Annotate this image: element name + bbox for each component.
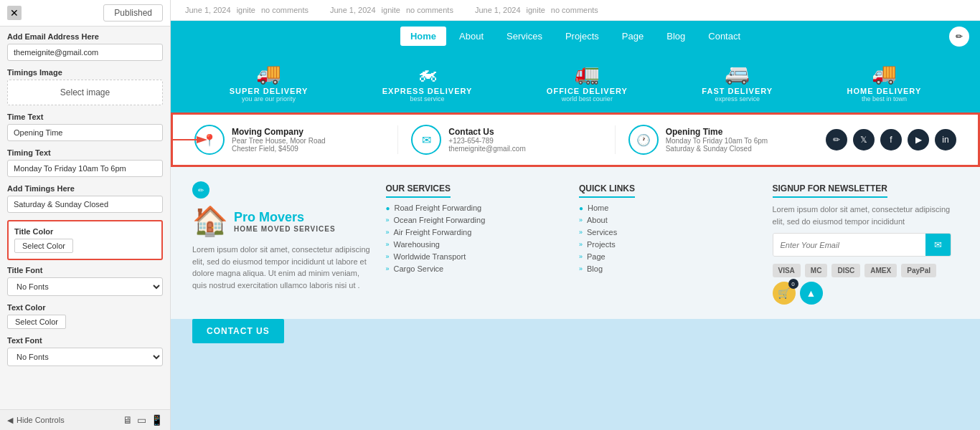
red-arrow-indicator	[171, 133, 207, 147]
delivery-sub-0: you are our priority	[242, 95, 296, 102]
text-font-select[interactable]: No Fonts	[7, 348, 163, 366]
delivery-icon-1: 🏍	[418, 62, 438, 85]
time-text-input[interactable]	[7, 124, 163, 141]
nav-edit-icon[interactable]: ✏	[949, 27, 969, 47]
nav-contact[interactable]: Contact	[698, 27, 750, 46]
footer-links-col: QUICK LINKS ● Home » About » Services » …	[572, 181, 765, 305]
nav-bar: Home About Services Projects Page Blog C…	[171, 21, 980, 52]
service-link-3[interactable]: » Warehousing	[386, 240, 565, 249]
nav-home[interactable]: Home	[400, 27, 446, 46]
service-link-4[interactable]: » Worldwide Transport	[386, 252, 565, 261]
meta-date-3: June 1, 2024	[475, 6, 521, 14]
quick-link-4[interactable]: » Page	[579, 252, 758, 261]
title-font-select[interactable]: No Fonts	[7, 277, 163, 296]
service-link-2[interactable]: » Air Freight Forwarding	[386, 228, 565, 236]
text-color-label: Text Color	[7, 303, 163, 312]
title-color-button[interactable]: Select Color	[14, 239, 73, 253]
published-button[interactable]: Published	[103, 4, 163, 22]
close-button[interactable]: ✕	[7, 6, 22, 20]
company-address2: Chester Field, $4509	[232, 145, 326, 153]
timing-text-label: Timing Text	[7, 148, 163, 157]
hours-title: Opening Time	[666, 127, 768, 137]
services-heading: OUR SERVICES	[386, 183, 451, 198]
hours-section: 🕐 Opening Time Monday To Friday 10am To …	[628, 125, 819, 155]
text-font-group: Text Font No Fonts	[7, 336, 163, 366]
payment-icons-group: VISA MC DISC AMEX PayPal 🛒 0 ▲	[773, 264, 952, 305]
meta-comments-1: no comments	[261, 6, 308, 14]
links-heading: QUICK LINKS	[579, 183, 635, 198]
link-label-2: Services	[587, 228, 617, 236]
bottom-action-area: CONTACT US	[171, 319, 980, 350]
meta-author-2: ignite	[382, 6, 400, 14]
service-label-0: Road Freight Forwarding	[395, 204, 482, 212]
delivery-item-4: 🚚 HOME DELIVERY the best in town	[847, 62, 922, 102]
delivery-sub-4: the best in town	[862, 95, 907, 102]
divider-1	[397, 125, 398, 154]
social-edit-icon[interactable]: ✏	[826, 129, 847, 150]
panel-header: ✕ Published	[0, 0, 170, 27]
time-text-label: Time Text	[7, 113, 163, 121]
quick-link-5[interactable]: » Blog	[579, 264, 758, 273]
timing-text-input[interactable]	[7, 160, 163, 177]
delivery-bar: 🚚 SUPER DELIVERY you are our priority 🏍 …	[171, 52, 980, 113]
link-label-3: Projects	[587, 240, 616, 249]
footer-logo: 🏠 Pro Movers HOME MOVED SERVICES	[192, 204, 372, 238]
social-twitter-icon[interactable]: 𝕏	[853, 129, 875, 150]
meta-comments-2: no comments	[406, 6, 453, 14]
nav-projects[interactable]: Projects	[555, 27, 609, 46]
nav-services[interactable]: Services	[496, 27, 552, 46]
link-arrow-1: »	[579, 216, 583, 224]
top-meta-bar: June 1, 2024 ignite no comments June 1, …	[171, 0, 980, 21]
nav-blog[interactable]: Blog	[656, 27, 695, 46]
delivery-item-2: 🚛 OFFICE DELIVERY world best courier	[547, 62, 628, 102]
footer-edit-icon[interactable]: ✏	[192, 181, 209, 199]
quick-link-1[interactable]: » About	[579, 216, 758, 224]
desktop-view-button[interactable]: 🖥	[123, 414, 133, 426]
title-font-label: Title Font	[7, 266, 163, 274]
tablet-view-button[interactable]: ▭	[137, 414, 146, 426]
newsletter-desc: Lorem ipsum dolor sit amet, consectetur …	[773, 204, 952, 227]
social-linkedin-icon[interactable]: in	[935, 129, 956, 150]
email-input[interactable]	[7, 44, 163, 61]
social-youtube-icon[interactable]: ▶	[908, 129, 929, 150]
divider-2	[615, 125, 616, 154]
contact-us-button[interactable]: CONTACT US	[192, 319, 284, 343]
footer-area: ✏ 🏠 Pro Movers HOME MOVED SERVICES Lorem…	[171, 167, 980, 319]
quick-link-2[interactable]: » Services	[579, 228, 758, 236]
delivery-name-2: OFFICE DELIVERY	[547, 87, 628, 95]
view-icons-group: 🖥 ▭ 📱	[123, 414, 163, 426]
delivery-name-4: HOME DELIVERY	[847, 87, 922, 95]
service-label-5: Cargo Service	[394, 264, 444, 273]
email-field-group: Add Email Address Here	[7, 32, 163, 61]
timings-image-label: Timings Image	[7, 68, 163, 77]
service-bullet-0: ●	[386, 204, 390, 212]
meta-group-3: June 1, 2024 ignite no comments	[475, 6, 598, 14]
nav-page[interactable]: Page	[612, 27, 654, 46]
service-link-0[interactable]: ● Road Freight Forwarding	[386, 204, 565, 212]
mobile-view-button[interactable]: 📱	[151, 414, 163, 426]
text-color-button[interactable]: Select Color	[7, 315, 66, 329]
quick-link-3[interactable]: » Projects	[579, 240, 758, 249]
service-link-5[interactable]: » Cargo Service	[386, 264, 565, 273]
delivery-icon-0: 🚚	[256, 62, 281, 85]
service-link-1[interactable]: » Ocean Freight Forwarding	[386, 216, 565, 224]
email-input-row: ✉	[773, 233, 952, 257]
link-arrow-2: »	[579, 229, 583, 236]
visa-icon: VISA	[773, 264, 801, 277]
nav-about[interactable]: About	[449, 27, 494, 46]
select-image-button[interactable]: Select image	[7, 80, 163, 105]
company-address1: Pear Tree House, Moor Road	[232, 137, 326, 145]
add-timings-input[interactable]	[7, 196, 163, 213]
delivery-icon-3: 🚐	[725, 62, 750, 85]
hide-controls-button[interactable]: ◀ Hide Controls	[7, 416, 65, 425]
delivery-icon-4: 🚚	[872, 62, 897, 85]
social-facebook-icon[interactable]: f	[880, 129, 902, 150]
newsletter-email-input[interactable]	[773, 234, 926, 256]
scroll-top-button[interactable]: ▲	[800, 282, 823, 305]
contact-phone: +123-654-789	[448, 137, 525, 145]
quick-link-0[interactable]: ● Home	[579, 204, 758, 212]
brand-sub: HOME MOVED SERVICES	[234, 225, 336, 233]
service-arrow-5: »	[386, 265, 390, 272]
newsletter-submit-button[interactable]: ✉	[925, 234, 951, 256]
timing-text-group: Timing Text	[7, 148, 163, 177]
